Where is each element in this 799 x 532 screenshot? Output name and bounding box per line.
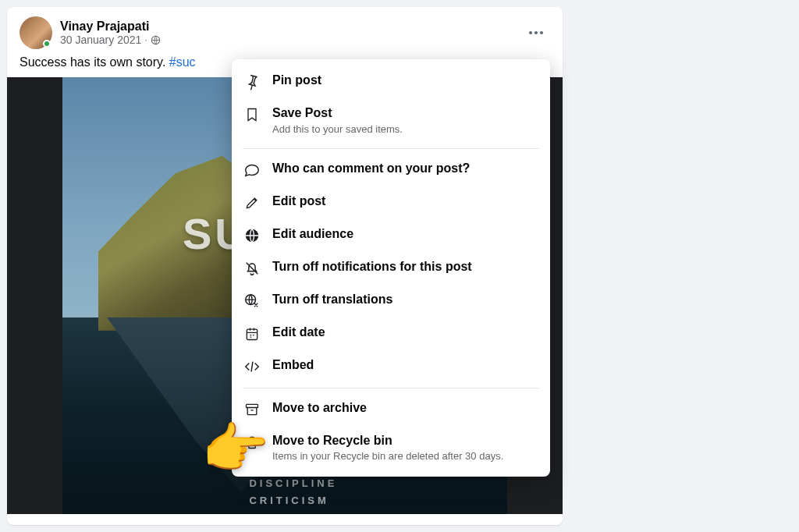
menu-item-save-post[interactable]: Save Post Add this to your saved items. <box>232 98 550 144</box>
menu-label: Edit post <box>272 193 539 210</box>
menu-sublabel: Items in your Recycle bin are deleted af… <box>272 450 539 463</box>
menu-label: Pin post <box>272 73 539 89</box>
author-name[interactable]: Vinay Prajapati <box>60 20 522 34</box>
menu-divider <box>243 388 539 388</box>
svg-rect-4 <box>247 404 258 407</box>
menu-label: Edit audience <box>272 226 539 243</box>
menu-label: Edit date <box>272 325 539 341</box>
menu-label: Embed <box>272 357 539 374</box>
menu-item-move-to-recycle-bin[interactable]: Move to Recycle bin Items in your Recycl… <box>232 426 550 471</box>
bell-off-icon <box>243 259 261 278</box>
menu-item-edit-date[interactable]: Edit date <box>232 317 550 350</box>
menu-item-turn-off-translations[interactable]: Turn off translations <box>232 285 550 317</box>
ellipsis-icon <box>529 31 543 34</box>
menu-label: Move to Recycle bin <box>272 433 539 449</box>
menu-item-embed[interactable]: Embed <box>232 350 550 383</box>
menu-item-edit-audience[interactable]: Edit audience <box>232 219 550 252</box>
menu-label: Who can comment on your post? <box>272 161 539 177</box>
post-date[interactable]: 30 January 2021 <box>60 34 141 46</box>
comment-icon <box>243 161 261 179</box>
menu-label: Turn off translations <box>272 292 539 308</box>
code-icon <box>243 357 261 376</box>
globe-icon[interactable] <box>151 35 161 45</box>
globe-icon <box>243 226 261 245</box>
menu-item-move-to-archive[interactable]: Move to archive <box>232 393 550 426</box>
menu-item-pin-post[interactable]: Pin post <box>232 66 550 98</box>
menu-sublabel: Add this to your saved items. <box>272 123 539 137</box>
menu-divider <box>243 148 539 149</box>
pin-icon <box>243 73 261 91</box>
post-options-menu: Pin post Save Post Add this to your save… <box>232 59 550 477</box>
bookmark-icon <box>243 105 261 124</box>
more-options-button[interactable] <box>522 19 550 47</box>
menu-label: Move to archive <box>272 400 539 417</box>
post-text: Success has its own story. <box>20 55 169 69</box>
meta-dot: · <box>144 34 147 45</box>
pointing-hand-emoji: 👉 <box>201 417 269 481</box>
menu-label: Save Post <box>272 105 539 122</box>
header-text: Vinay Prajapati 30 January 2021 · <box>60 20 522 46</box>
svg-rect-3 <box>247 329 257 339</box>
menu-label: Turn off notifications for this post <box>272 259 539 275</box>
pencil-icon <box>243 193 261 212</box>
post-header: Vinay Prajapati 30 January 2021 · <box>7 7 563 54</box>
menu-item-who-can-comment[interactable]: Who can comment on your post? <box>232 154 550 186</box>
menu-item-turn-off-notifications[interactable]: Turn off notifications for this post <box>232 252 550 285</box>
calendar-icon <box>243 325 261 343</box>
menu-item-edit-post[interactable]: Edit post <box>232 186 550 219</box>
post-meta: 30 January 2021 · <box>60 34 522 46</box>
online-status-dot <box>43 40 51 48</box>
globe-pencil-icon <box>243 292 261 310</box>
post-hashtag[interactable]: #suc <box>169 55 196 69</box>
avatar-wrap[interactable] <box>20 16 52 49</box>
